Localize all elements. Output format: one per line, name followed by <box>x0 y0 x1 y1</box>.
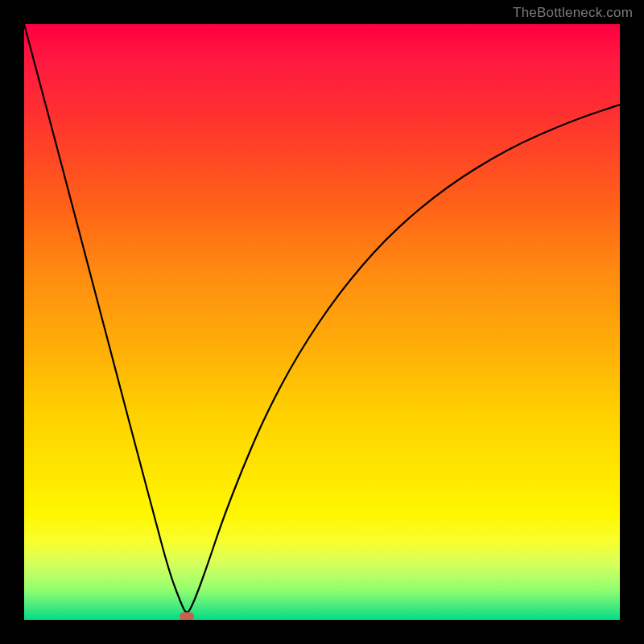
bottleneck-point-marker <box>180 613 194 621</box>
curve-layer <box>24 24 620 620</box>
chart-frame: TheBottleneck.com <box>0 0 644 644</box>
plot-area <box>24 24 620 620</box>
bottleneck-curve <box>24 24 620 613</box>
watermark-text: TheBottleneck.com <box>513 5 633 21</box>
